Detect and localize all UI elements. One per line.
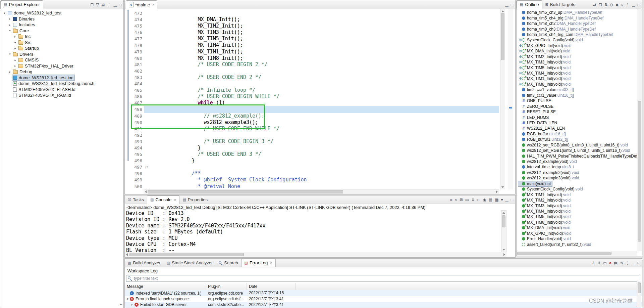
- outline-item[interactable]: assert_failed(uint8_t*, uint32_t) : void: [518, 241, 637, 247]
- pin-console-icon[interactable]: ◉: [483, 198, 486, 202]
- collapse-all-icon[interactable]: ⊟: [599, 3, 602, 7]
- import-log-icon[interactable]: ⇑: [597, 261, 601, 265]
- outline-item[interactable]: # ZERO_PULSE: [518, 103, 637, 109]
- expand-arrow-icon[interactable]: ▸: [13, 47, 17, 50]
- scrollbar-thumb[interactable]: [501, 13, 504, 60]
- sort-icon[interactable]: ⇅: [604, 3, 608, 7]
- view-menu-icon[interactable]: ⋮: [626, 3, 630, 7]
- outline-vertical-scrollbar[interactable]: [637, 9, 642, 251]
- scroll-lock-icon[interactable]: ⇩: [471, 198, 475, 202]
- tree-item[interactable]: ▸ Debug: [0, 69, 123, 75]
- export-log-icon[interactable]: ⇓: [592, 261, 595, 265]
- close-icon[interactable]: ×: [152, 2, 154, 7]
- expand-arrow-icon[interactable]: ▸: [8, 17, 12, 20]
- code-area[interactable]: 473 MX_DMA_Init(); 474: [125, 10, 515, 189]
- outline-item[interactable]: # LED_DATA_LEN: [518, 120, 637, 126]
- expand-arrow-icon[interactable]: ▸: [130, 303, 135, 306]
- expand-arrow-icon[interactable]: ▸: [8, 70, 12, 74]
- outline-item[interactable]: s MX_TIM2_Init(void) : void: [518, 197, 637, 203]
- tab-console[interactable]: ▥ Console ×: [147, 195, 179, 204]
- editor-horizontal-scrollbar[interactable]: [144, 189, 499, 194]
- maximize-icon[interactable]: □: [119, 3, 121, 7]
- outline-item[interactable]: ⊕ s MX_GPIO_Init(void) : void: [518, 43, 637, 48]
- view-trim-chevron[interactable]: »: [119, 302, 122, 307]
- console-output[interactable]: Device ID : 0x413Revision ID : Rev 2.0De…: [126, 210, 500, 252]
- tree-item[interactable]: ▸ STM32F4xx_HAL_Driver: [0, 63, 123, 69]
- tree-item[interactable]: STM32F405VGTX_FLASH.ld: [0, 87, 123, 93]
- expand-arrow-icon[interactable]: ▸: [13, 35, 17, 38]
- maximize-icon[interactable]: □: [511, 198, 513, 202]
- outline-item[interactable]: ⊕ s MX_TIM8_Init(void) : void: [518, 82, 637, 87]
- outline-item[interactable]: ws2812_example2(void) : void: [518, 170, 637, 175]
- scroll-up-arrow-icon[interactable]: [502, 212, 505, 214]
- tab-build-analyzer[interactable]: ▦ Build Analyzer: [125, 259, 164, 267]
- outline-item[interactable]: hdma_tim8_ch4_trig_com : DMA_HandleTypeD…: [518, 32, 637, 37]
- tab-build-targets[interactable]: ⊞ Build Targets: [542, 0, 578, 9]
- tree-item[interactable]: ▸ CMSIS: [0, 57, 123, 63]
- editor-vertical-scrollbar[interactable]: [500, 9, 505, 189]
- view-menu-icon[interactable]: ⋮: [626, 261, 630, 265]
- close-icon[interactable]: ×: [270, 261, 272, 265]
- delete-log-icon[interactable]: ×: [609, 261, 611, 265]
- expand-arrow-icon[interactable]: ▸: [13, 41, 17, 44]
- tab-error-log[interactable]: ▤ Error Log ×: [241, 259, 276, 267]
- outline-item[interactable]: hdma_tim8_ch3 : DMA_HandleTypeDef: [518, 26, 637, 32]
- outline-item[interactable]: interval_time_temp : uint8_t: [518, 164, 637, 170]
- tree-item[interactable]: STM32F405VGTX_RAM.ld: [0, 92, 123, 98]
- view-menu-icon[interactable]: ⋮: [107, 3, 111, 7]
- minimize-icon[interactable]: ▁: [505, 3, 508, 7]
- clear-console-icon[interactable]: ▭: [465, 198, 469, 202]
- outline-item[interactable]: s MX_DMA_Init(void) : void: [518, 225, 637, 230]
- tree-item[interactable]: ▸ Includes: [0, 22, 123, 28]
- tab-search[interactable]: Search: [216, 259, 241, 267]
- overview-marker[interactable]: [509, 107, 512, 108]
- scroll-left-arrow-icon[interactable]: [126, 253, 128, 256]
- outline-item[interactable]: # ONE_PULSE: [518, 98, 637, 103]
- show-stdout-icon[interactable]: ▤: [489, 198, 492, 202]
- outline-item[interactable]: ws2812_set_RGB(uint8_t, uint8_t, uint8_t…: [518, 142, 637, 148]
- outline-item[interactable]: ws2812_set_RGB1(uint8_t, uint8_t, uint8_…: [518, 148, 637, 153]
- remove-launch-icon[interactable]: ×: [455, 198, 457, 202]
- outline-item[interactable]: # WS2812_DATA_LEN: [518, 126, 637, 131]
- outline-item[interactable]: ⊕ s MX_TIM2_Init(void) : void: [518, 54, 637, 59]
- link-with-editor-icon[interactable]: ⇄: [101, 3, 105, 7]
- scrollbar-thumb[interactable]: [148, 190, 343, 193]
- scroll-right-arrow-icon[interactable]: [503, 253, 505, 256]
- outline-item[interactable]: tim2_ccr1_value : uint32_t[]: [518, 87, 637, 92]
- tree-item[interactable]: ▸ Startup: [0, 45, 123, 51]
- minimize-icon[interactable]: ▁: [114, 3, 117, 7]
- outline-item[interactable]: s MX_TIM3_Init(void) : void: [518, 203, 637, 208]
- outline-item[interactable]: s MX_TIM5_Init(void) : void: [518, 214, 637, 219]
- tree-item[interactable]: ▾ Core: [0, 28, 123, 34]
- restore-log-icon[interactable]: ↻: [620, 261, 623, 265]
- hide-non-public-icon[interactable]: ○: [621, 3, 623, 7]
- scrollbar-thumb[interactable]: [517, 252, 611, 255]
- outline-item[interactable]: ⊕ s MX_TIM3_Init(void) : void: [518, 59, 637, 65]
- outline-item[interactable]: RGB_buffur : uint16_t[]: [518, 131, 637, 137]
- scroll-right-arrow-icon[interactable]: [496, 190, 498, 193]
- expand-arrow-icon[interactable]: ▾: [2, 11, 7, 15]
- outline-item[interactable]: ⊕ s MX_TIM4_Init(void) : void: [518, 71, 637, 76]
- project-tree[interactable]: ▾ dome_WS2812_led_test ▸ Binaries ▸: [0, 9, 123, 98]
- outline-item[interactable]: tim3_ccr1_value : uint16_t[]: [518, 93, 637, 98]
- log-vertical-scrollbar[interactable]: [637, 281, 641, 307]
- outline-item[interactable]: # LED_NUMS: [518, 115, 637, 120]
- tree-item[interactable]: ▾ Drivers: [0, 51, 123, 57]
- code-editor[interactable]: 473 MX_DMA_Init(); 474: [125, 9, 515, 189]
- overview-ruler[interactable]: [508, 9, 513, 189]
- outline-item[interactable]: # RESET_PULSE: [518, 109, 637, 115]
- terminate-icon[interactable]: ■: [450, 198, 452, 202]
- fold-marker-icon[interactable]: ⊖: [144, 165, 149, 169]
- outline-item[interactable]: RGB_buffur1 : uint32_t[]: [518, 137, 637, 142]
- open-console-icon[interactable]: ▾: [501, 198, 503, 202]
- outline-item[interactable]: s MX_TIM1_Init(void) : void: [518, 192, 637, 197]
- open-log-icon[interactable]: ▤: [614, 261, 618, 265]
- expand-arrow-icon[interactable]: ▸: [13, 58, 17, 62]
- scrollbar-thumb[interactable]: [129, 253, 244, 256]
- log-row[interactable]: ▸ × Failed to start GDB server com.st.st…: [125, 302, 642, 308]
- scrollbar-thumb[interactable]: [638, 282, 641, 293]
- maximize-icon[interactable]: □: [638, 261, 640, 265]
- maximize-icon[interactable]: □: [638, 3, 640, 7]
- expand-arrow-icon[interactable]: ▾: [8, 29, 12, 32]
- outline-item[interactable]: hdma_tim5_ch4_trig : DMA_HandleTypeDef: [518, 15, 637, 20]
